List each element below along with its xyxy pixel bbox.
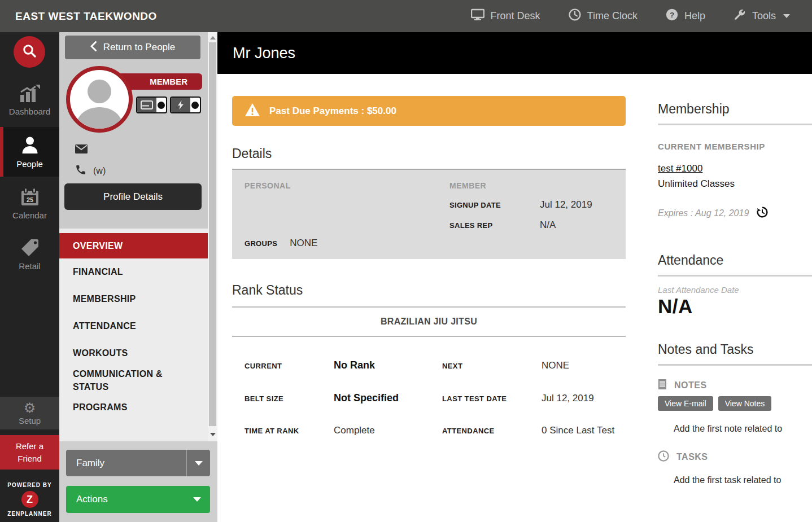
gear-icon: ⚙: [24, 401, 36, 415]
people-icon: [20, 135, 40, 155]
phone-type-label: (w): [93, 166, 106, 176]
content-area: Past Due Payments : $50.00 Details PERSO…: [217, 74, 812, 522]
time-clock-button[interactable]: Time Clock: [555, 8, 652, 24]
family-caret[interactable]: [186, 450, 210, 476]
sidebar-scrollbar[interactable]: [208, 32, 217, 441]
tab-financial[interactable]: FINANCIAL: [59, 258, 208, 286]
tasks-clock-icon: [658, 450, 669, 464]
tab-membership-label: MEMBERSHIP: [73, 292, 136, 305]
family-dropdown[interactable]: Family: [66, 450, 210, 476]
member-label: MEMBER: [449, 181, 613, 190]
help-button[interactable]: ? Help: [652, 8, 719, 24]
chevron-down-icon: [193, 497, 201, 502]
scroll-up-arrow[interactable]: [208, 33, 217, 42]
sidebar-item-calendar[interactable]: 25 Calendar: [0, 180, 59, 227]
sidebar-item-setup[interactable]: ⚙ Setup: [0, 397, 59, 429]
status-dot: [191, 102, 199, 109]
app: EAST WEST TAEKWONDO Front Desk Time Cloc…: [0, 0, 812, 522]
tab-programs[interactable]: PROGRAMS: [59, 394, 208, 421]
family-dropdown-value: Family: [76, 458, 104, 469]
credit-card-icon: [137, 98, 156, 112]
page-header: Mr Jones: [217, 32, 812, 74]
tab-attendance-label: ATTENDANCE: [73, 319, 136, 332]
scroll-down-arrow[interactable]: [208, 430, 217, 439]
last-attendance-value: N/A: [658, 295, 812, 318]
attendance-heading: Attendance: [658, 253, 812, 268]
tools-menu-button[interactable]: Tools: [719, 8, 804, 24]
scrollbar-thumb[interactable]: [209, 42, 216, 426]
lightning-icon: [171, 98, 190, 112]
credit-card-status-chip[interactable]: [136, 96, 167, 113]
front-desk-button[interactable]: Front Desk: [457, 8, 555, 24]
refer-a-friend-button[interactable]: Refer a Friend: [0, 435, 59, 470]
time-at-rank-label: TIME AT RANK: [245, 427, 334, 435]
time-clock-label: Time Clock: [587, 10, 638, 22]
wrench-icon: [734, 8, 746, 24]
email-icon[interactable]: [75, 144, 88, 156]
membership-description: Unlimited Classes: [658, 178, 812, 190]
notes-label: NOTES: [674, 380, 707, 391]
setup-label: Setup: [19, 416, 41, 426]
tasks-label: TASKS: [676, 452, 708, 462]
empty-notes-text: Add the first note related to: [658, 424, 812, 434]
membership-heading: Membership: [658, 102, 812, 117]
expires-row: Expires : Aug 12, 2019: [658, 207, 812, 220]
past-due-alert-text: Past Due Payments : $50.00: [269, 106, 396, 117]
tasks-header-row: TASKS: [658, 450, 812, 464]
zenplanner-label: ZENPLANNER: [7, 511, 51, 517]
clock-icon: [569, 8, 581, 24]
divider: [658, 364, 812, 366]
warning-icon: [245, 103, 260, 119]
sidebar-item-dashboard[interactable]: Dashboard: [0, 77, 59, 124]
svg-text:?: ?: [670, 11, 674, 19]
brand-title: EAST WEST TAEKWONDO: [15, 10, 157, 23]
past-due-alert[interactable]: Past Due Payments : $50.00: [232, 96, 626, 126]
membership-link[interactable]: test #1000: [658, 163, 702, 174]
front-desk-label: Front Desk: [491, 10, 540, 22]
top-bar: EAST WEST TAEKWONDO Front Desk Time Cloc…: [0, 0, 812, 32]
rank-attendance-value: 0 Since Last Test: [542, 425, 626, 436]
rank-grid: CURRENT No Rank NEXT NONE BELT SIZE Not …: [232, 359, 626, 436]
last-test-date-value: Jul 12, 2019: [542, 393, 626, 404]
avatar[interactable]: [66, 66, 133, 133]
view-email-button[interactable]: View E-mail: [658, 396, 713, 411]
zenplanner-logo: Z: [21, 491, 38, 508]
actions-label: Actions: [76, 494, 108, 505]
sales-rep-label: SALES REP: [449, 220, 540, 231]
ach-status-chip[interactable]: [170, 96, 201, 113]
status-dot: [158, 102, 165, 109]
sidebar-item-people[interactable]: People: [0, 127, 59, 177]
tab-communication-status[interactable]: COMMUNICATION & STATUS: [59, 367, 208, 394]
view-notes-button[interactable]: View Notes: [718, 396, 772, 411]
tab-workouts-label: WORKOUTS: [73, 346, 128, 359]
belt-size-value: Not Specified: [334, 392, 442, 404]
tab-financial-label: FINANCIAL: [73, 265, 123, 278]
sidebar-item-retail[interactable]: Retail: [0, 231, 59, 278]
last-test-date-label: LAST TEST DATE: [442, 394, 542, 403]
groups-value: NONE: [290, 238, 317, 249]
tab-overview[interactable]: OVERVIEW: [59, 233, 208, 258]
tab-attendance[interactable]: ATTENDANCE: [59, 313, 208, 340]
help-icon: ?: [666, 8, 678, 24]
notes-tasks-heading: Notes and Tasks: [658, 342, 812, 357]
return-to-people-button[interactable]: Return to People: [65, 36, 200, 59]
calendar-label: Calendar: [12, 210, 47, 220]
history-icon[interactable]: [757, 207, 768, 220]
personal-column: PERSONAL GROUPS NONE: [245, 181, 431, 251]
actions-button[interactable]: Actions: [66, 486, 210, 513]
details-panel: PERSONAL GROUPS NONE MEMBER SIGNUP DATE …: [232, 169, 626, 259]
current-rank-label: CURRENT: [245, 362, 334, 370]
rank-status-heading: Rank Status: [232, 283, 626, 298]
tag-icon: [20, 238, 40, 257]
tab-membership[interactable]: MEMBERSHIP: [59, 286, 208, 313]
personal-label: PERSONAL: [245, 181, 431, 190]
profile-details-button[interactable]: Profile Details: [64, 183, 202, 210]
chevron-down-icon: [783, 14, 790, 18]
next-rank-value: NONE: [542, 360, 626, 371]
member-badge-label: MEMBER: [150, 77, 187, 86]
member-column: MEMBER SIGNUP DATE Jul 12, 2019 SALES RE…: [449, 181, 613, 231]
tab-workouts[interactable]: WORKOUTS: [59, 340, 208, 367]
sales-rep-value: N/A: [540, 220, 556, 231]
search-button[interactable]: [14, 36, 45, 68]
profile-nav: OVERVIEW FINANCIAL MEMBERSHIP ATTENDANCE…: [59, 229, 208, 441]
